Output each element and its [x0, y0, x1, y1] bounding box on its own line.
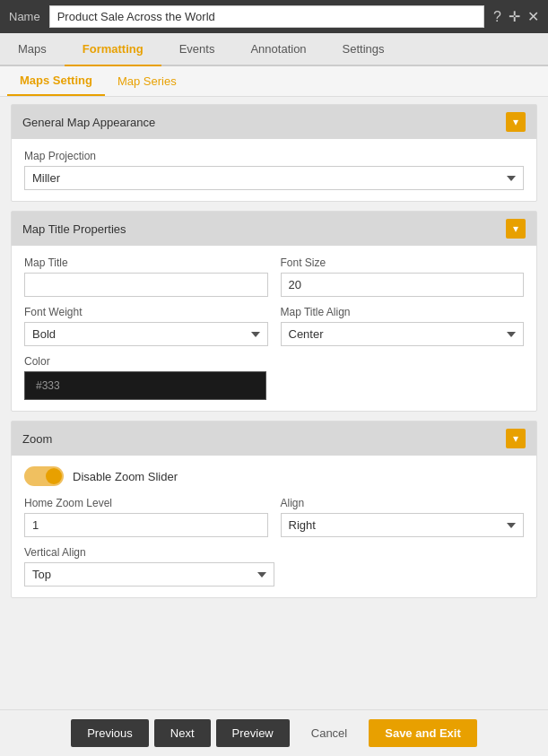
tab-maps[interactable]: Maps: [0, 33, 65, 65]
section-body-title: Map Title Font Size Font Weight Bold Nor…: [12, 246, 536, 411]
font-size-input[interactable]: [281, 273, 525, 297]
help-icon[interactable]: ?: [493, 9, 501, 25]
section-toggle-zoom[interactable]: ▾: [506, 429, 526, 448]
field-vertical-align: Vertical Align Top Middle Bottom: [24, 546, 524, 587]
section-body-general: Map Projection Miller Mercator Robinson …: [12, 139, 536, 201]
zoom-toggle-track: [24, 466, 64, 486]
save-exit-button[interactable]: Save and Exit: [369, 719, 477, 747]
map-title-align-select[interactable]: Center Left Right: [281, 322, 525, 346]
field-font-size: Font Size: [281, 256, 525, 297]
field-color: Color #333: [24, 355, 524, 400]
tab-events[interactable]: Events: [161, 33, 233, 65]
font-weight-label: Font Weight: [24, 306, 268, 318]
color-label: Color: [24, 355, 524, 368]
zoom-toggle-label: Disable Zoom Slider: [73, 470, 178, 483]
tab-annotation[interactable]: Annotation: [232, 33, 324, 65]
field-group-zoom-align: Home Zoom Level Align Right Left Center: [24, 497, 524, 537]
close-icon[interactable]: ✕: [527, 8, 539, 25]
sub-tab-maps-setting[interactable]: Maps Setting: [7, 66, 105, 96]
tab-settings[interactable]: Settings: [325, 33, 403, 65]
main-tabs: Maps Formatting Events Annotation Settin…: [0, 33, 548, 66]
next-button[interactable]: Next: [154, 719, 211, 747]
section-header-general: General Map Appearance ▾: [12, 105, 536, 139]
name-input[interactable]: [49, 5, 484, 28]
header: Name ? ✛ ✕: [0, 0, 548, 33]
section-title-map-title: Map Title Properties: [22, 222, 126, 236]
map-title-align-label: Map Title Align: [281, 306, 525, 318]
align-select[interactable]: Right Left Center: [281, 513, 525, 537]
section-title-general: General Map Appearance: [22, 116, 155, 129]
section-header-zoom: Zoom ▾: [12, 421, 536, 456]
zoom-toggle[interactable]: [24, 466, 64, 486]
footer: Previous Next Preview Cancel Save and Ex…: [0, 709, 548, 756]
home-zoom-label: Home Zoom Level: [24, 497, 268, 509]
field-map-title-align: Map Title Align Center Left Right: [281, 306, 525, 346]
map-projection-label: Map Projection: [24, 150, 524, 162]
section-zoom: Zoom ▾ Disable Zoom Slider Home Zoom Lev…: [11, 421, 537, 598]
name-label: Name: [9, 10, 40, 23]
field-home-zoom: Home Zoom Level: [24, 497, 268, 537]
sub-tabs: Maps Setting Map Series: [0, 66, 548, 97]
previous-button[interactable]: Previous: [71, 719, 149, 747]
vertical-align-select[interactable]: Top Middle Bottom: [24, 562, 274, 587]
field-font-weight: Font Weight Bold Normal Lighter: [24, 306, 268, 346]
map-title-input[interactable]: [24, 273, 268, 297]
section-toggle-general[interactable]: ▾: [506, 112, 526, 132]
font-weight-select[interactable]: Bold Normal Lighter: [24, 322, 268, 346]
sub-tab-map-series[interactable]: Map Series: [105, 66, 189, 96]
field-map-projection: Map Projection Miller Mercator Robinson …: [24, 150, 524, 190]
section-title-zoom: Zoom: [22, 432, 52, 446]
color-box[interactable]: #333: [24, 371, 266, 400]
map-title-label: Map Title: [24, 256, 268, 269]
field-group-title-size: Map Title Font Size: [24, 256, 524, 297]
field-align: Align Right Left Center: [281, 497, 525, 537]
map-projection-select[interactable]: Miller Mercator Robinson Orthographic: [24, 166, 524, 190]
vertical-align-label: Vertical Align: [24, 546, 524, 559]
section-map-title-properties: Map Title Properties ▾ Map Title Font Si…: [11, 211, 537, 412]
font-size-label: Font Size: [281, 256, 525, 269]
section-general-map-appearance: General Map Appearance ▾ Map Projection …: [11, 104, 537, 202]
section-body-zoom: Disable Zoom Slider Home Zoom Level Alig…: [12, 456, 536, 597]
field-map-title: Map Title: [24, 256, 268, 297]
move-icon[interactable]: ✛: [509, 8, 520, 25]
home-zoom-input[interactable]: [24, 513, 268, 537]
toggle-row-zoom: Disable Zoom Slider: [24, 466, 524, 486]
content: General Map Appearance ▾ Map Projection …: [0, 97, 548, 614]
preview-button[interactable]: Preview: [216, 719, 290, 747]
field-group-weight-align: Font Weight Bold Normal Lighter Map Titl…: [24, 306, 524, 346]
tab-formatting[interactable]: Formatting: [65, 33, 161, 66]
cancel-button[interactable]: Cancel: [295, 719, 363, 747]
header-icons: ? ✛ ✕: [493, 8, 539, 25]
align-label: Align: [281, 497, 525, 509]
zoom-toggle-thumb: [46, 468, 62, 484]
section-toggle-title[interactable]: ▾: [506, 219, 526, 239]
section-header-title: Map Title Properties ▾: [12, 212, 536, 246]
